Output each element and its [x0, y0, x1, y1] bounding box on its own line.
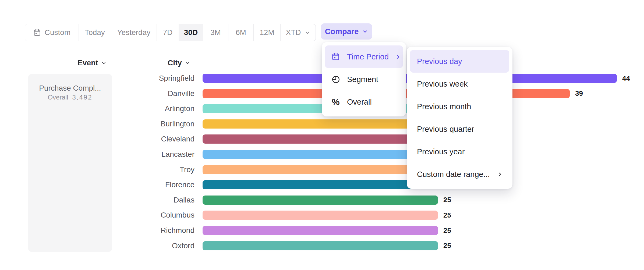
bar-value-label: 25 [443, 196, 451, 204]
chart-row-richmond: Richmond25 [0, 223, 644, 238]
compare-button[interactable]: Compare [321, 23, 372, 40]
menu-item-label: Time Period [347, 52, 389, 61]
toolbar-button-12m[interactable]: 12M [254, 24, 281, 41]
toolbar-button-label: 12M [260, 28, 274, 37]
submenu-item-custom-date-range[interactable]: Custom date range... [410, 163, 509, 186]
compare-menu-item-segment[interactable]: Segment [325, 68, 403, 91]
compare-menu: Time PeriodSegment%Overall [322, 42, 406, 116]
bar-dallas[interactable] [203, 196, 438, 205]
toolbar-button-3m[interactable]: 3M [203, 24, 228, 41]
city-column-header[interactable]: City [168, 58, 190, 68]
chart-row-cleveland: Cleveland [0, 132, 644, 147]
toolbar-button-today[interactable]: Today [79, 24, 111, 41]
chevron-right-icon [497, 172, 503, 177]
toolbar-button-6m[interactable]: 6M [228, 24, 254, 41]
city-label: Burlington [0, 120, 194, 128]
chart-row-lancaster: Lancaster [0, 147, 644, 162]
city-label: Lancaster [0, 150, 194, 159]
chart-row-troy: Troy [0, 162, 644, 177]
submenu-item-previous-month[interactable]: Previous month [410, 95, 509, 118]
bar-richmond[interactable] [203, 226, 438, 235]
chevron-down-icon [362, 29, 368, 34]
submenu-item-previous-day[interactable]: Previous day [410, 50, 509, 73]
submenu-item-previous-year[interactable]: Previous year [410, 140, 509, 163]
bar-value-label: 25 [443, 226, 451, 235]
percent-icon: % [332, 98, 339, 106]
toolbar-button-label: Today [85, 28, 105, 37]
menu-item-label: Previous month [417, 102, 503, 111]
compare-menu-item-overall[interactable]: %Overall [325, 91, 403, 113]
toolbar-button-xtd[interactable]: XTD [281, 24, 316, 41]
toolbar-button-label: 30D [184, 28, 198, 37]
bar-columbus[interactable] [203, 211, 438, 220]
submenu-item-previous-week[interactable]: Previous week [410, 73, 509, 95]
segment-icon [331, 75, 340, 84]
toolbar-button-label: 7D [163, 28, 173, 37]
menu-item-label: Previous week [417, 80, 503, 88]
chart-row-dallas: Dallas25 [0, 193, 644, 208]
toolbar-button-label: Yesterday [117, 28, 151, 37]
city-label: Florence [0, 180, 194, 189]
chevron-down-icon [101, 60, 107, 66]
city-label: Springfield [0, 74, 194, 83]
compare-button-label: Compare [325, 27, 359, 36]
toolbar-button-label: Custom [45, 28, 70, 37]
date-range-toolbar: CustomTodayYesterday7D30D3M6M12MXTD [25, 24, 316, 41]
menu-item-label: Previous quarter [417, 125, 503, 134]
toolbar-button-label: 3M [210, 28, 221, 37]
calendar-icon [33, 29, 41, 37]
toolbar-button-7d[interactable]: 7D [157, 24, 179, 41]
bar-oxford[interactable] [203, 241, 438, 250]
event-column-header[interactable]: Event [73, 58, 111, 68]
event-column-label: Event [77, 59, 98, 67]
menu-item-label: Previous year [417, 147, 503, 156]
bar-value-label: 39 [575, 89, 583, 98]
city-label: Danville [0, 89, 194, 98]
chevron-down-icon [185, 60, 190, 66]
menu-item-label: Overall [347, 98, 398, 106]
toolbar-button-label: 6M [236, 28, 246, 37]
toolbar-button-yesterday[interactable]: Yesterday [111, 24, 157, 41]
chart-row-columbus: Columbus25 [0, 208, 644, 223]
toolbar-button-label: XTD [286, 28, 301, 37]
chart-row-florence: Florence [0, 177, 644, 192]
city-label: Richmond [0, 226, 194, 235]
city-label: Troy [0, 165, 194, 174]
city-label: Cleveland [0, 135, 194, 143]
bar-value-label: 25 [443, 211, 451, 219]
chevron-right-icon [395, 54, 401, 60]
calendar-icon [331, 52, 340, 61]
city-label: Arlington [0, 104, 194, 113]
city-label: Oxford [0, 241, 194, 250]
menu-item-label: Segment [347, 75, 398, 84]
compare-menu-item-time-period[interactable]: Time Period [325, 45, 403, 68]
menu-item-label: Previous day [417, 57, 503, 66]
city-column-label: City [168, 59, 182, 67]
toolbar-button-30d[interactable]: 30D [179, 24, 203, 41]
submenu-item-previous-quarter[interactable]: Previous quarter [410, 118, 509, 140]
city-label: Columbus [0, 211, 194, 219]
bar-value-label: 44 [622, 74, 630, 83]
chart-row-burlington: Burlington [0, 116, 644, 132]
chevron-down-icon [305, 30, 310, 35]
city-label: Dallas [0, 196, 194, 204]
bar-value-label: 25 [443, 241, 451, 250]
menu-item-label: Custom date range... [417, 170, 497, 179]
time-period-submenu: Previous dayPrevious weekPrevious monthP… [407, 47, 512, 189]
toolbar-button-custom[interactable]: Custom [25, 24, 79, 41]
chart-row-oxford: Oxford25 [0, 238, 644, 253]
